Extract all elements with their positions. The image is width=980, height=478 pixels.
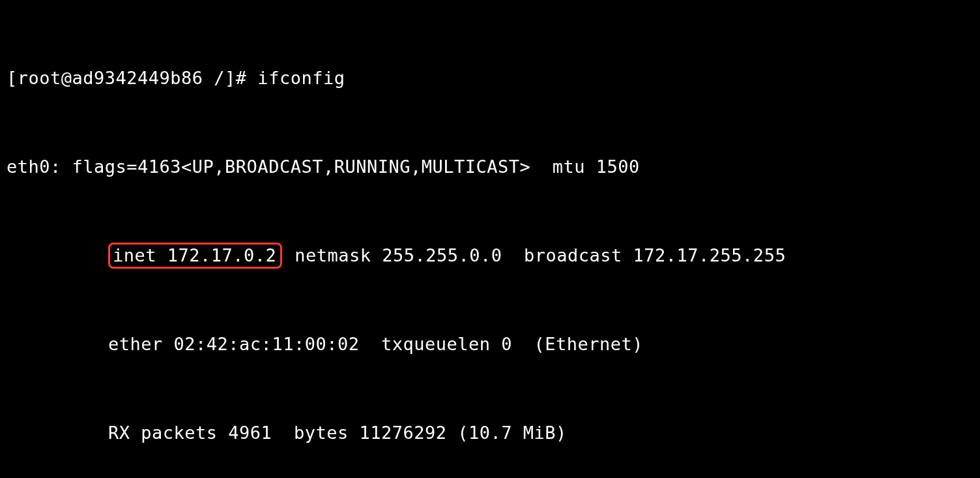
- eth0-ether-line: ether 02:42:ac:11:00:02 txqueuelen 0 (Et…: [7, 329, 973, 359]
- terminal-output[interactable]: [root@ad9342449b86 /]# ifconfig eth0: fl…: [0, 0, 980, 478]
- eth0-rx-packets: RX packets 4961 bytes 11276292 (10.7 MiB…: [7, 418, 973, 447]
- inet-highlight: inet 172.17.0.2: [108, 243, 282, 269]
- prompt-line: [root@ad9342449b86 /]# ifconfig: [7, 63, 973, 93]
- eth0-inet-line: inet 172.17.0.2 netmask 255.255.0.0 broa…: [7, 241, 973, 270]
- eth0-header: eth0: flags=4163<UP,BROADCAST,RUNNING,MU…: [7, 152, 973, 181]
- eth0-inet-rest: netmask 255.255.0.0 broadcast 172.17.255…: [283, 245, 786, 265]
